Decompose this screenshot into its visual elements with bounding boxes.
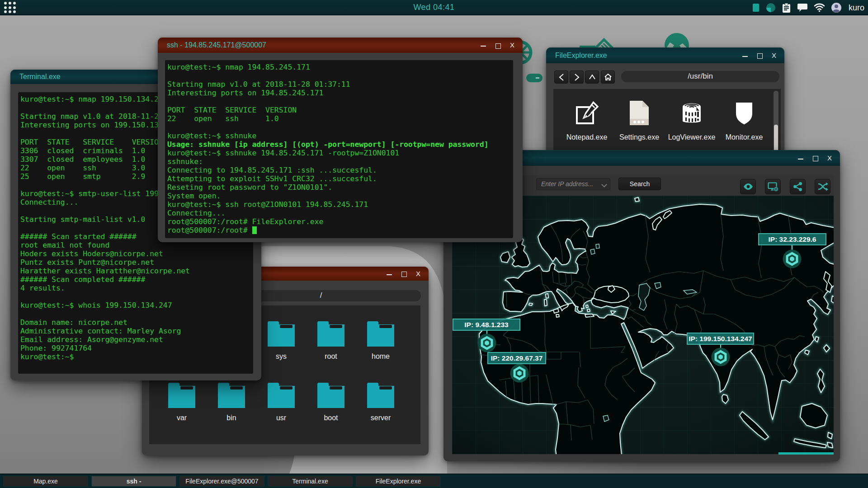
ssh-screen[interactable]: kuro@test:~$ nmap 194.85.245.171 Startin… <box>165 60 513 238</box>
eye-button[interactable] <box>740 179 756 194</box>
folder-icon <box>207 380 256 410</box>
marker-ip-label: IP: 199.150.134.247 <box>689 335 752 343</box>
terminal-line <box>20 310 212 318</box>
file-item-logviewer-exe[interactable]: LogViewer.exe <box>665 99 718 141</box>
monitor-file-icon <box>730 99 758 127</box>
back-button[interactable] <box>554 70 568 84</box>
folder-icon <box>306 380 356 410</box>
ip-address-select[interactable]: Enter IP address... <box>536 178 610 190</box>
terminal-line: Domain name: nicorpe.net <box>20 318 212 327</box>
terminal-line <box>167 123 489 131</box>
share-button[interactable] <box>790 179 806 194</box>
chevron-down-icon <box>601 182 607 188</box>
terminal-line: System open. <box>167 192 489 200</box>
ssh-titlebar[interactable]: ssh - 194.85.245.171@500007 X <box>158 38 523 53</box>
folder-label: sys <box>256 352 306 361</box>
taskbar: Map.exessh -FileExplorer.exe@500007Termi… <box>0 474 868 488</box>
terminal-line: Connecting... <box>167 209 489 217</box>
logviewer-file-icon <box>678 99 706 127</box>
terminal-line: Connecting to 194.85.245.171 :ssh ...suc… <box>167 166 489 174</box>
terminal-line: kuro@test:~$ ssh root@Z1ON0101 194.85.24… <box>167 200 489 209</box>
folder-icon <box>256 380 306 410</box>
folder-label: var <box>157 414 207 422</box>
chat-icon[interactable] <box>797 3 808 13</box>
forward-button[interactable] <box>570 70 584 84</box>
wifi-icon[interactable] <box>814 3 825 13</box>
folder-icon <box>306 319 356 348</box>
terminal-line: Starting nmap v1.0 at 2018-11-28 01:37:1… <box>167 80 489 89</box>
clock: Wed 04:41 <box>0 0 868 15</box>
minimize-button[interactable] <box>480 42 486 48</box>
terminal-line: Phone: 992741764 <box>20 344 212 352</box>
taskbar-item[interactable]: ssh - <box>91 476 176 487</box>
home-button[interactable] <box>601 70 615 84</box>
file-label: LogViewer.exe <box>665 133 718 141</box>
terminal-line <box>20 292 212 301</box>
window-title: FileExplorer.exe <box>555 47 607 63</box>
window-title: Terminal.exe <box>19 70 61 84</box>
minimize-button[interactable] <box>386 271 392 277</box>
folder-label: boot <box>306 414 356 422</box>
card-icon[interactable] <box>752 3 760 13</box>
username[interactable]: kuro <box>849 3 864 13</box>
folder-item-server[interactable]: server <box>356 380 406 422</box>
file-item-monitor-exe[interactable]: Monitor.exe <box>718 99 770 141</box>
folder-item-usr[interactable]: usr <box>256 380 306 422</box>
up-button[interactable] <box>585 70 599 84</box>
close-button[interactable]: X <box>771 52 777 59</box>
terminal-line: sshnuke: <box>167 157 489 166</box>
folder-item-home[interactable]: home <box>356 319 406 361</box>
terminal-line: Puntz exists Puntz@nicorpe.net <box>20 258 212 267</box>
avatar-icon[interactable] <box>831 2 842 13</box>
ssh-window: ssh - 194.85.245.171@500007 X kuro@test:… <box>158 38 523 242</box>
file-item-settings-exe[interactable]: Settings.exe <box>613 99 665 141</box>
terminal-line: Administrative contact: Marley Asorg <box>20 327 212 335</box>
settings-file-icon <box>625 99 653 127</box>
terminal-line: kuro@test:~$ whois 199.150.134.247 <box>20 301 212 310</box>
minimize-button[interactable] <box>742 52 748 59</box>
folder-label: home <box>356 352 406 361</box>
desktop: FileExplorer.exe X /usr/bin Notepad.exeS… <box>0 0 868 488</box>
terminal-line: Reseting root password to "Z1ON0101". <box>167 183 489 192</box>
folder-item-root[interactable]: root <box>306 319 356 361</box>
terminal-line <box>167 97 489 106</box>
clipboard-icon[interactable] <box>782 3 791 13</box>
folder-item-boot[interactable]: boot <box>306 380 356 422</box>
maximize-button[interactable] <box>756 52 763 59</box>
terminal-line: PORT STATE SERVICE VERSION <box>167 106 489 114</box>
terminal-line: kuro@test:~$ sshnuke <box>167 131 489 140</box>
close-button[interactable]: X <box>509 42 515 48</box>
taskbar-item[interactable]: FileExplorer.exe@500007 <box>179 476 264 487</box>
maximize-button[interactable] <box>812 155 818 161</box>
terminal-line: kuro@test:~$ sshnuke 194.85.245.171 -roo… <box>167 149 489 157</box>
folder-label: usr <box>256 414 306 422</box>
folder-item-sys[interactable]: sys <box>256 319 306 361</box>
terminal-line: root@500007:/root# <box>167 226 489 235</box>
folder-item-bin[interactable]: bin <box>207 380 256 422</box>
folder-icon <box>356 319 406 348</box>
maximize-button[interactable] <box>401 271 407 277</box>
search-button[interactable]: Search <box>618 178 661 190</box>
taskbar-item[interactable]: Terminal.exe <box>268 476 353 487</box>
topbar: Wed 04:41 kuro <box>0 0 868 15</box>
remote-desktop-button[interactable] <box>765 179 781 194</box>
maximize-button[interactable] <box>495 42 501 48</box>
close-button[interactable]: X <box>415 271 421 277</box>
file-item-notepad-exe[interactable]: Notepad.exe <box>561 99 613 141</box>
disk-usage-icon[interactable] <box>766 3 776 13</box>
terminal-line: Usage: sshnuke [ip address] [(opt) -port… <box>167 140 489 149</box>
file-label: Settings.exe <box>613 133 665 141</box>
address-bar[interactable]: /usr/bin <box>621 71 779 82</box>
close-button[interactable]: X <box>826 155 833 161</box>
file-label: Monitor.exe <box>718 133 770 141</box>
map-horizontal-scrollbar[interactable] <box>778 452 834 455</box>
minimize-button[interactable] <box>797 155 804 161</box>
notepad-file-icon <box>573 99 601 127</box>
window-title: ssh - 194.85.245.171@500007 <box>167 38 266 53</box>
taskbar-item[interactable]: Map.exe <box>3 476 88 487</box>
taskbar-item[interactable]: FileExplorer.exe <box>356 476 441 487</box>
folder-item-var[interactable]: var <box>157 380 207 422</box>
file-explorer-titlebar[interactable]: FileExplorer.exe X <box>546 47 784 63</box>
folder-icon <box>157 380 207 410</box>
shuffle-button[interactable] <box>815 179 830 194</box>
